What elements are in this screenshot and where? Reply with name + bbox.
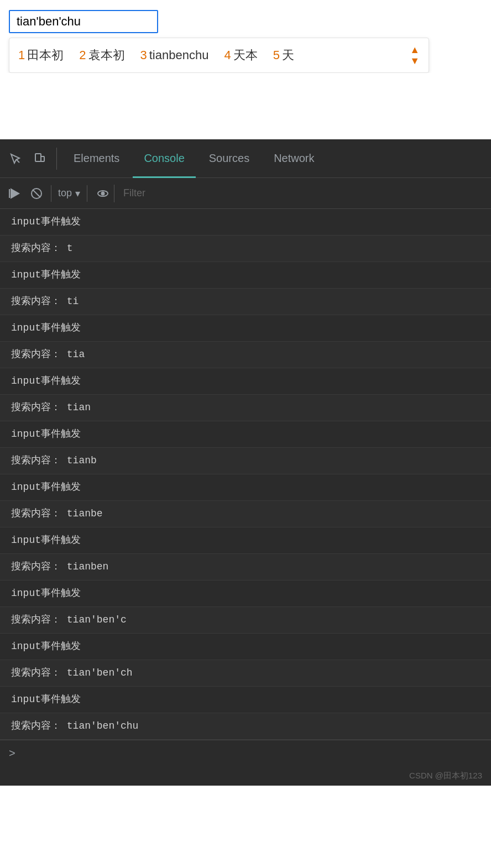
- svg-rect-2: [41, 156, 44, 161]
- log-row: input事件触发: [0, 687, 491, 713]
- log-row: 搜索内容： tian: [0, 395, 491, 421]
- svg-rect-1: [35, 154, 41, 161]
- search-input[interactable]: [9, 10, 158, 33]
- watermark: CSDN @田本初123: [0, 766, 491, 786]
- suggestion-label-3: tianbenchu: [149, 48, 209, 62]
- suggestion-num-2: 2: [79, 48, 86, 62]
- devtools-panel: Elements Console Sources Network top: [0, 139, 491, 786]
- clear-console-icon[interactable]: [27, 184, 46, 203]
- arrow-down-icon: ▼: [410, 56, 420, 66]
- svg-point-8: [102, 192, 105, 195]
- console-log: input事件触发 搜索内容： t input事件触发 搜索内容： ti inp…: [0, 209, 491, 740]
- svg-marker-3: [11, 189, 19, 198]
- search-area: 1 田本初 2 袁本初 3 tianbenchu 4 天本 5 天 ▲ ▼: [0, 0, 491, 73]
- log-row: 搜索内容： tianb: [0, 448, 491, 474]
- dropdown-arrow-icon: ▾: [75, 187, 80, 200]
- suggestion-num-3: 3: [140, 48, 147, 62]
- log-row: 搜索内容： tianben: [0, 554, 491, 581]
- spacer: [0, 73, 491, 139]
- log-row: input事件触发: [0, 527, 491, 554]
- toolbar-divider: [56, 148, 57, 170]
- tab-network[interactable]: Network: [263, 139, 325, 178]
- suggestion-item-4[interactable]: 4 天本: [224, 47, 257, 64]
- log-row: 搜索内容： tia: [0, 342, 491, 368]
- suggestion-label-4: 天本: [233, 47, 258, 64]
- log-row: input事件触发: [0, 209, 491, 236]
- log-row: input事件触发: [0, 634, 491, 660]
- cursor-icon[interactable]: [4, 148, 27, 170]
- log-row: 搜索内容： tian'ben'c: [0, 607, 491, 634]
- filter-input[interactable]: [119, 185, 487, 201]
- run-script-icon[interactable]: [4, 184, 24, 203]
- suggestion-num-4: 4: [224, 48, 231, 62]
- log-row: 搜索内容： ti: [0, 289, 491, 315]
- log-row: input事件触发: [0, 474, 491, 501]
- console-toolbar: top ▾: [0, 178, 491, 209]
- log-row: input事件触发: [0, 368, 491, 395]
- arrow-up-icon: ▲: [410, 45, 420, 55]
- suggestion-label-2: 袁本初: [88, 47, 125, 64]
- log-row: input事件触发: [0, 315, 491, 342]
- log-row: 搜索内容： t: [0, 236, 491, 262]
- devtools-toolbar: Elements Console Sources Network: [0, 139, 491, 178]
- search-input-wrapper: [9, 10, 158, 33]
- suggestion-label-5: 天: [282, 47, 294, 64]
- suggestion-item-3[interactable]: 3 tianbenchu: [140, 48, 209, 62]
- svg-line-6: [33, 190, 40, 197]
- log-row: input事件触发: [0, 421, 491, 448]
- suggestion-label-1: 田本初: [27, 47, 64, 64]
- suggestion-num-1: 1: [18, 48, 25, 62]
- log-row: input事件触发: [0, 581, 491, 607]
- tab-elements[interactable]: Elements: [62, 139, 130, 178]
- tab-sources[interactable]: Sources: [198, 139, 260, 178]
- suggestion-item-5[interactable]: 5 天: [273, 47, 294, 64]
- context-selector[interactable]: top ▾: [51, 185, 87, 202]
- svg-line-0: [16, 159, 19, 163]
- log-row: input事件触发: [0, 262, 491, 289]
- suggestion-num-5: 5: [273, 48, 280, 62]
- tab-console[interactable]: Console: [133, 139, 195, 178]
- suggestions-bar: 1 田本初 2 袁本初 3 tianbenchu 4 天本 5 天 ▲ ▼: [9, 38, 429, 73]
- suggestion-item-2[interactable]: 2 袁本初: [79, 47, 124, 64]
- console-bottom: >: [0, 740, 491, 766]
- log-row: 搜索内容： tian'ben'ch: [0, 660, 491, 687]
- eye-icon[interactable]: [92, 185, 114, 202]
- suggestion-arrows[interactable]: ▲ ▼: [410, 45, 420, 66]
- log-row: 搜索内容： tian'ben'chu: [0, 713, 491, 740]
- console-prompt-icon: >: [9, 747, 15, 760]
- suggestion-item-1[interactable]: 1 田本初: [18, 47, 64, 64]
- device-icon[interactable]: [29, 148, 51, 170]
- log-row: 搜索内容： tianbe: [0, 501, 491, 527]
- context-label: top: [58, 187, 72, 199]
